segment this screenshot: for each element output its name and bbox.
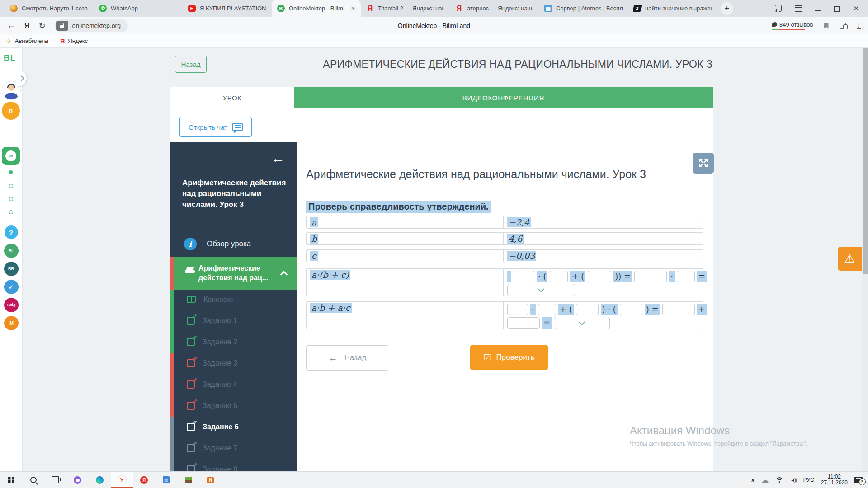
bookmark-item[interactable]: ✈Авиабилеты [6,38,48,45]
taskbar-app-yandex-browser[interactable]: Y [111,472,133,488]
taskbar-app-minecraft[interactable] [177,472,199,488]
notifications-badge[interactable]: 0 [2,102,20,120]
tab-close-icon[interactable]: ✕ [350,5,355,12]
answer-select[interactable] [554,317,610,329]
sidebar-item-конспект[interactable]: Конспект [170,289,297,310]
check-button[interactable]: ☑ Проверить [470,345,548,370]
edge-icon [96,476,104,484]
help-app-icon[interactable]: ? [5,225,18,239]
open-chat-button[interactable]: Открыть чат [179,117,252,137]
onedrive-icon[interactable]: ☁ [761,476,769,484]
bilimland-app-icon[interactable]: BL [4,244,19,258]
sidebar-item-overview[interactable]: i Обзор урока [170,231,297,257]
itest-app-icon[interactable]: ✓ [4,280,19,294]
taskbar-app-calculator[interactable]: ▦ [155,472,177,488]
browser-tab[interactable]: Смотреть Наруто 1 сезон [5,0,94,17]
sidebar-section-active[interactable]: Арифметические действия над рац... [170,257,297,290]
browser-tab[interactable]: ▶Я КУПИЛ PLAYSTATION 5! [183,0,272,17]
taskbar-app-search[interactable] [22,472,44,488]
sidebar-item-label: Задание 5 [203,402,237,410]
restore-button[interactable] [834,6,840,12]
answer-input[interactable] [634,271,667,282]
answer-input[interactable] [576,304,599,315]
expression-value: −2,4 [507,217,531,227]
browser-menu-icon[interactable] [795,5,802,12]
collections-icon[interactable] [840,23,846,29]
watermark-subtitle: Чтобы активировать Windows, перейдите в … [630,440,807,447]
bookmark-flag-icon[interactable] [824,23,829,29]
bookmark-item[interactable]: ЯЯндекс [60,38,88,45]
task-icon [187,402,195,410]
reload-icon[interactable]: ↻ [39,21,46,31]
lesson-back-button[interactable]: Назад [175,56,207,73]
fullscreen-button[interactable] [693,153,714,174]
language-indicator[interactable]: РУС [803,477,814,483]
answer-input[interactable] [514,271,534,282]
answer-select[interactable] [507,284,575,296]
taskbar-app-edge[interactable] [89,472,111,488]
answer-input[interactable] [550,271,568,282]
close-button[interactable]: ✕ [853,5,859,13]
answer-input[interactable] [677,271,695,282]
taskbar-app-aternos[interactable]: N [199,472,222,488]
expression-value: 4,6 [507,234,524,244]
browser-tab[interactable]: ▦Сервер | Aternos | Беспла [539,0,628,17]
browser-tab[interactable]: 3найти значение выражен [628,0,717,17]
yandex-logo-icon[interactable]: Я [24,22,30,30]
browser-tab[interactable]: Яатернос — Яндекс: нашло [450,0,539,17]
tab-lesson[interactable]: УРОК [170,87,294,108]
tab-panels-icon[interactable] [775,5,782,12]
onlinemektep-app-icon[interactable]: OM [2,147,20,165]
imektep-app-icon[interactable]: iM [4,316,19,330]
bilimbook-app-icon[interactable]: BB [4,262,19,276]
taskbar-app-alice[interactable] [66,472,89,488]
warning-button[interactable]: ⚠ [838,247,862,271]
sidebar-item-задание-6[interactable]: Задание 6 [170,416,297,437]
answer-line: ·+ () · () =+ [507,304,701,315]
progress-dot [9,170,13,174]
onlinemektep-favicon: B [277,5,285,12]
answer-input[interactable] [507,317,540,329]
sidebar-item-задание-4[interactable]: Задание 4 [170,374,297,395]
exercise-back-button[interactable]: ← Назад [306,345,388,371]
clock[interactable]: 11:02 27.11.2020 [821,474,848,486]
url-field[interactable]: onlinemektep.org [55,19,128,32]
answer-input[interactable] [507,304,528,315]
wifi-icon[interactable] [775,477,783,483]
new-tab-button[interactable]: + [721,2,733,15]
sidebar-item-задание-1[interactable]: Задание 1 [170,310,297,331]
browser-tab[interactable]: ✆WhatsApp [94,0,183,17]
sidebar-back-arrow-icon[interactable]: ← [271,150,285,166]
taskbar-app-yandex[interactable]: Я [133,472,155,488]
downloads-icon[interactable]: ↓ [857,22,861,29]
answer-input[interactable] [662,304,695,315]
answer-input[interactable] [620,304,642,315]
sidebar-item-задание-5[interactable]: Задание 5 [170,395,297,416]
back-icon[interactable]: ← [7,21,15,30]
scrollbar-thumb[interactable] [863,48,868,274]
answer-input[interactable] [538,304,556,315]
taskbar-app-start[interactable] [0,472,22,488]
action-center-icon[interactable]: 5 [854,477,863,483]
taskbar-app-task-view[interactable] [44,472,66,488]
browser-tab[interactable]: BOnlineMektep - BilimLa✕ [272,0,361,17]
hidden-icons-chevron[interactable]: ∧ [751,477,755,483]
minimize-button[interactable] [815,10,821,11]
sidebar-item-задание-2[interactable]: Задание 2 [170,331,297,352]
rail-expand-handle[interactable] [17,70,27,86]
clock-date: 27.11.2020 [821,480,848,486]
tab-videoconference[interactable]: ВИДЕОКОНФЕРЕНЦИЯ [294,87,713,108]
yandex-icon: Я [60,38,65,45]
sidebar-item-задание-8[interactable]: Задание 8 [170,459,297,471]
page-scrollbar[interactable] [862,48,868,471]
lock-icon[interactable] [56,21,68,31]
site-reviews[interactable]: 849 отзывов [772,21,813,30]
answer-input[interactable] [588,271,611,282]
url-text[interactable]: onlinemektep.org [72,22,121,29]
sidebar-item-задание-7[interactable]: Задание 7 [170,437,297,459]
sidebar-item-задание-3[interactable]: Задание 3 [170,352,297,374]
twig-app-icon[interactable]: Twig [4,298,19,312]
bl-logo[interactable]: BL [4,53,16,63]
volume-icon[interactable]: ◄)) [790,478,797,483]
browser-tab[interactable]: ЯTitanfall 2 — Яндекс: наш [361,0,450,17]
